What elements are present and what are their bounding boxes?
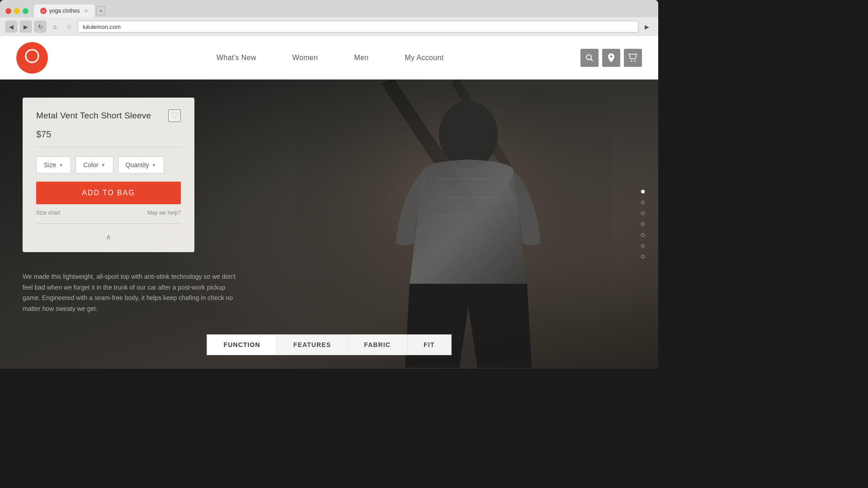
forward-button[interactable]: ▶ — [20, 21, 32, 33]
page-wrapper: What's New Women Men My Account — [0, 36, 658, 369]
card-arrow[interactable]: ∧ — [36, 233, 181, 241]
address-bar[interactable]: lululemon.com — [78, 21, 638, 33]
browser-toolbar: ◀ ▶ ↻ ⌂ ☆ lululemon.com ▶ — [0, 17, 658, 36]
bottom-tabs: FUNCTION FEATURES FABRIC FIT — [207, 334, 452, 355]
slide-dot-7[interactable] — [641, 255, 645, 258]
svg-line-2 — [591, 59, 593, 61]
browser-dots — [5, 8, 28, 14]
svg-point-3 — [631, 60, 632, 61]
nav-women[interactable]: Women — [292, 54, 318, 62]
collapse-icon: ∧ — [106, 233, 111, 241]
go-button[interactable]: ▶ — [641, 21, 653, 33]
home-button[interactable]: ⌂ — [49, 21, 61, 33]
back-button[interactable]: ◀ — [5, 21, 17, 33]
model-figure — [297, 80, 613, 369]
tab-close-button[interactable]: ✕ — [84, 8, 88, 14]
maximize-dot[interactable] — [23, 8, 28, 14]
site-header: What's New Women Men My Account — [0, 36, 658, 80]
slide-dot-6[interactable] — [641, 244, 645, 248]
slide-dot-5[interactable] — [641, 233, 645, 237]
tab-fabric[interactable]: FABRIC — [347, 334, 407, 355]
product-price: $75 — [36, 129, 181, 140]
slide-dot-3[interactable] — [641, 211, 645, 215]
tab-favicon: ω — [40, 8, 47, 14]
cart-button[interactable] — [624, 49, 642, 67]
nav-whats-new[interactable]: What's New — [217, 54, 256, 62]
svg-point-1 — [586, 55, 591, 60]
search-icon — [585, 54, 594, 62]
color-label: Color — [83, 161, 98, 169]
browser-chrome: ω yoga clothes ✕ + ◀ ▶ ↻ ⌂ ☆ lululemon.c… — [0, 0, 658, 36]
help-link[interactable]: May we help? — [147, 210, 181, 216]
header-actions — [580, 49, 642, 67]
add-to-bag-button[interactable]: ADD TO BAG — [36, 182, 181, 204]
product-card: Metal Vent Tech Short Sleeve ♡ $75 Size … — [23, 98, 194, 252]
logo-wrapper — [16, 42, 80, 74]
tab-title: yoga clothes — [49, 8, 80, 14]
color-chevron: ▼ — [101, 163, 106, 168]
slide-indicators — [641, 190, 645, 258]
color-select[interactable]: Color ▼ — [75, 156, 113, 174]
browser-tab[interactable]: ω yoga clothes ✕ — [34, 5, 94, 17]
nav-men[interactable]: Men — [354, 54, 368, 62]
tab-fit[interactable]: FIT — [407, 334, 451, 355]
size-label: Size — [44, 161, 56, 169]
logo-symbol — [22, 46, 42, 70]
slide-dot-4[interactable] — [641, 222, 645, 226]
quantity-chevron: ▼ — [152, 163, 156, 168]
product-title: Metal Vent Tech Short Sleeve — [36, 110, 168, 122]
size-chevron: ▼ — [59, 163, 63, 168]
svg-point-9 — [439, 101, 498, 169]
close-dot[interactable] — [5, 8, 11, 14]
search-button[interactable] — [580, 49, 599, 67]
product-title-row: Metal Vent Tech Short Sleeve ♡ — [36, 110, 181, 122]
size-select[interactable]: Size ▼ — [36, 156, 71, 174]
quantity-label: Quantity — [126, 161, 149, 169]
product-links: Size chart May we help? — [36, 210, 181, 216]
location-icon — [608, 53, 615, 62]
tab-features[interactable]: FEATURES — [277, 334, 347, 355]
product-selects: Size ▼ Color ▼ Quantity ▼ — [36, 156, 181, 174]
quantity-select[interactable]: Quantity ▼ — [118, 156, 164, 174]
address-text: lululemon.com — [83, 23, 121, 30]
size-chart-link[interactable]: Size chart — [36, 210, 60, 216]
reload-button[interactable]: ↻ — [34, 21, 46, 33]
new-tab-button[interactable]: + — [96, 6, 105, 15]
minimize-dot[interactable] — [14, 8, 20, 14]
slide-dot-1[interactable] — [641, 190, 645, 193]
hero-section: Metal Vent Tech Short Sleeve ♡ $75 Size … — [0, 80, 658, 369]
description-text: We made this lightweight, all-sport top … — [23, 272, 240, 314]
tab-function[interactable]: FUNCTION — [207, 334, 277, 355]
wishlist-button[interactable]: ♡ — [168, 109, 181, 122]
svg-point-4 — [634, 60, 636, 61]
slide-dot-2[interactable] — [641, 201, 645, 204]
product-divider — [36, 147, 181, 147]
nav-my-account[interactable]: My Account — [405, 54, 443, 62]
browser-titlebar: ω yoga clothes ✕ + — [0, 0, 658, 17]
card-bottom-divider — [36, 223, 181, 224]
product-description: We made this lightweight, all-sport top … — [23, 272, 240, 314]
bookmark-button[interactable]: ☆ — [63, 21, 75, 33]
main-nav: What's New Women Men My Account — [80, 54, 580, 62]
cart-icon — [628, 54, 637, 62]
location-button[interactable] — [602, 49, 620, 67]
logo[interactable] — [16, 42, 48, 74]
